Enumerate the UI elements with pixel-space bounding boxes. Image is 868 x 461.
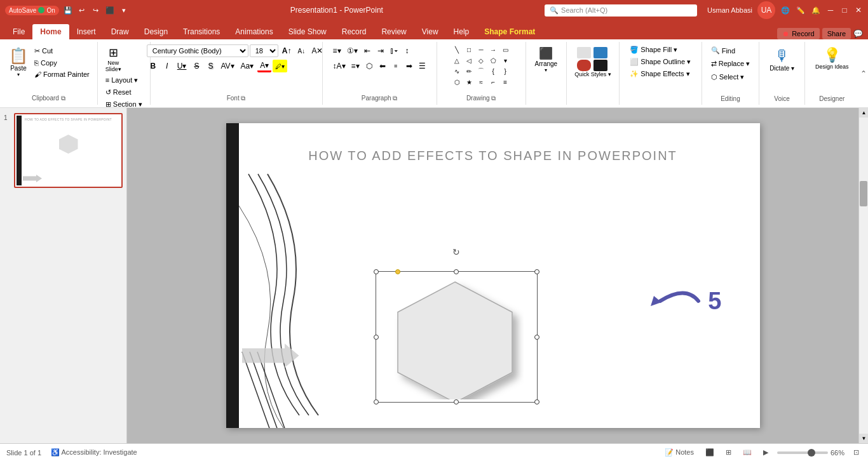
slide-thumbnail[interactable]: HOW TO ADD EFFECTS TO SHAPE IN POWERPOIN…: [14, 113, 123, 188]
justify-button[interactable]: ☰: [416, 60, 429, 72]
shape-more-icon[interactable]: ▾: [499, 55, 511, 65]
font-size-select[interactable]: 18: [250, 44, 278, 57]
line-spacing-button[interactable]: ↕: [401, 44, 414, 57]
shape-rbrace-icon[interactable]: }: [499, 66, 511, 76]
hexagon-container[interactable]: ↻: [376, 260, 538, 403]
slide-sorter-button[interactable]: ⊞: [723, 447, 734, 458]
handle-top-middle[interactable]: [454, 269, 459, 274]
handle-top-left[interactable]: [374, 269, 379, 274]
shape-roundrect-icon[interactable]: ▭: [499, 44, 511, 55]
align-text-button[interactable]: ≡▾: [349, 60, 362, 72]
decrease-indent-button[interactable]: ⇤: [361, 44, 374, 57]
zoom-thumb[interactable]: [808, 449, 815, 457]
scroll-thumb[interactable]: [860, 181, 867, 206]
tab-file[interactable]: File: [5, 24, 32, 39]
arrange-button[interactable]: ⬛ Arrange ▾: [531, 44, 562, 75]
handle-bottom-right[interactable]: [534, 399, 539, 404]
shape-fill-button[interactable]: 🪣 Shape Fill ▾: [626, 44, 695, 55]
underline-button[interactable]: U▾: [175, 60, 189, 72]
numbering-button[interactable]: ①▾: [344, 44, 360, 57]
bold-button[interactable]: B: [147, 60, 159, 72]
layout-button[interactable]: ≡ Layout ▾: [103, 75, 141, 86]
shape-diamond-icon[interactable]: ◇: [475, 55, 487, 65]
bullets-button[interactable]: ≡▾: [330, 44, 344, 57]
presentation-view-button[interactable]: ⬛: [105, 5, 115, 15]
tab-transitions[interactable]: Transitions: [175, 24, 227, 39]
new-slide-button[interactable]: ⊞ New Slide▾: [103, 44, 124, 74]
columns-button[interactable]: ⫿▾: [388, 44, 400, 57]
tab-home[interactable]: Home: [32, 24, 69, 39]
rotate-handle[interactable]: ↻: [452, 247, 460, 257]
shape-dl-icon[interactable]: ⌐: [487, 77, 499, 87]
slideshow-view-button[interactable]: ▶: [761, 447, 771, 458]
format-painter-button[interactable]: 🖌 Format Painter: [32, 69, 92, 79]
global-icon[interactable]: 🌐: [780, 5, 790, 15]
align-left-button[interactable]: ⬅: [376, 60, 389, 72]
highlight-button[interactable]: 🖊▾: [273, 60, 287, 72]
font-expand[interactable]: ⧉: [241, 95, 245, 102]
char-spacing-button[interactable]: AV▾: [218, 60, 236, 72]
tab-insert[interactable]: Insert: [69, 24, 104, 39]
tab-draw[interactable]: Draw: [104, 24, 137, 39]
shape-rect-icon[interactable]: □: [463, 44, 475, 55]
font-color-button[interactable]: A▾: [257, 60, 271, 72]
handle-bottom-middle[interactable]: [454, 399, 459, 404]
shape-star-icon[interactable]: ★: [463, 77, 475, 87]
tab-view[interactable]: View: [414, 24, 446, 39]
tab-shape-format[interactable]: Shape Format: [477, 24, 543, 39]
minimize-button[interactable]: ─: [826, 6, 835, 15]
customize-button[interactable]: ▾: [119, 5, 129, 15]
shape-line-icon[interactable]: ╲: [451, 44, 463, 55]
tab-design[interactable]: Design: [137, 24, 175, 39]
shape-line2-icon[interactable]: ─: [475, 44, 487, 55]
redo-button[interactable]: ↪: [91, 5, 101, 15]
record-button[interactable]: ⏺ Record: [777, 28, 819, 39]
smartart-button[interactable]: ⬡: [363, 60, 376, 72]
reset-button[interactable]: ↺ Reset: [103, 87, 134, 98]
notes-button[interactable]: 📝 Notes: [662, 447, 696, 458]
tab-animations[interactable]: Animations: [227, 24, 280, 39]
increase-indent-button[interactable]: ⇥: [374, 44, 387, 57]
shape-wave-icon[interactable]: ≈: [475, 77, 487, 87]
strikethrough-button[interactable]: S: [190, 60, 203, 72]
scroll-up-button[interactable]: ▲: [859, 108, 868, 117]
fit-slide-button[interactable]: ⊡: [851, 447, 862, 458]
zoom-slider[interactable]: [777, 451, 828, 454]
reading-view-button[interactable]: 📖: [740, 447, 754, 458]
shape-arrow-icon[interactable]: →: [487, 44, 499, 55]
cut-button[interactable]: ✂ Cut: [32, 46, 92, 57]
handle-bottom-left[interactable]: [374, 399, 379, 404]
design-ideas-button[interactable]: 💡 Design Ideas: [810, 44, 854, 72]
scroll-down-button[interactable]: ▼: [859, 434, 868, 443]
tab-help[interactable]: Help: [446, 24, 477, 39]
comments-button[interactable]: 💬: [853, 29, 863, 38]
notification-icon[interactable]: 🔔: [811, 5, 821, 15]
scroll-track[interactable]: [859, 117, 868, 434]
align-center-button[interactable]: ≡: [390, 60, 402, 72]
shape-outline-button[interactable]: ⬜ Shape Outline ▾: [626, 57, 695, 67]
tab-record[interactable]: Record: [334, 24, 374, 39]
replace-button[interactable]: ⇄ Replace ▾: [707, 58, 754, 70]
shape-eq-icon[interactable]: ≡: [499, 77, 511, 87]
case-button[interactable]: Aa▾: [238, 60, 257, 72]
normal-view-button[interactable]: ⬛: [703, 447, 717, 458]
autosave-toggle[interactable]: AutoSave On: [5, 6, 59, 15]
shape-tri-icon[interactable]: △: [451, 55, 463, 65]
handle-middle-left[interactable]: [374, 335, 379, 340]
italic-button[interactable]: I: [161, 60, 173, 72]
shadow-button[interactable]: S: [204, 60, 217, 72]
pen-icon[interactable]: ✏️: [796, 5, 806, 15]
shape-curve-icon[interactable]: ∿: [451, 66, 463, 76]
quick-styles-button[interactable]: Quick Styles ▾: [572, 44, 614, 80]
shape-rtri-icon[interactable]: ◁: [463, 55, 475, 65]
font-family-select[interactable]: Century Gothic (Body): [147, 44, 248, 57]
handle-top-right[interactable]: [534, 269, 539, 274]
shape-effects-button[interactable]: ✨ Shape Effects ▾: [626, 69, 695, 79]
find-button[interactable]: 🔍 Find: [707, 44, 739, 57]
shape-brace-icon[interactable]: {: [487, 66, 499, 76]
shape-pentagon-icon[interactable]: ⬠: [487, 55, 499, 65]
copy-button[interactable]: ⎘ Copy: [32, 58, 92, 68]
shape-arc-icon[interactable]: ⌒: [475, 66, 487, 76]
slide-canvas[interactable]: HOW TO ADD EFFECTS TO SHAPE IN POWERPOIN…: [226, 123, 760, 428]
share-button[interactable]: Share: [822, 28, 851, 39]
